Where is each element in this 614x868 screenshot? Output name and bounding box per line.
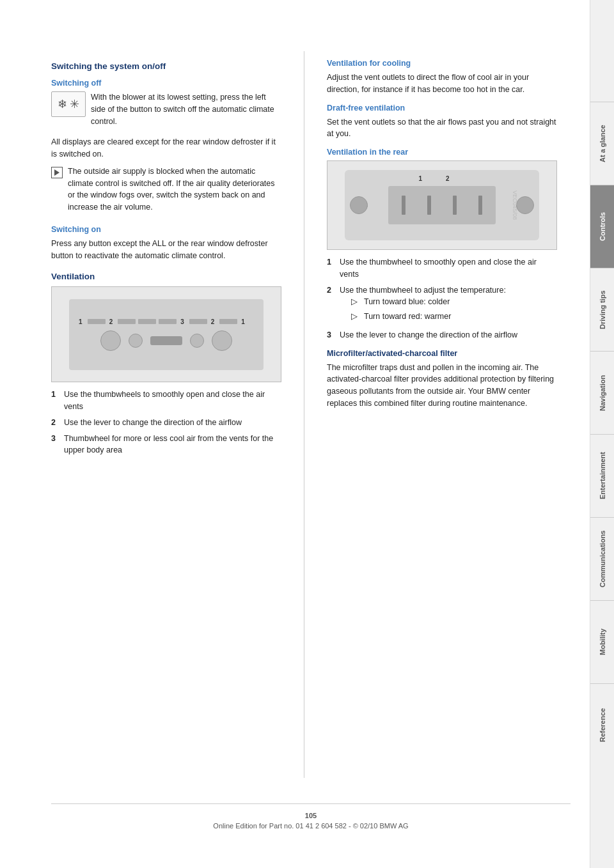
switching-off-text2: All displays are cleared except for the … [51, 136, 281, 160]
rear-num-1: 1 [327, 256, 336, 281]
vent-text-2: Use the lever to change the direction of… [64, 417, 242, 429]
microfilter-text: The microfilter traps dust and pollen in… [327, 362, 557, 410]
vent-item-2: 2 Use the lever to change the direction … [51, 417, 281, 429]
draft-free-text: Set the vent outlets so that the air flo… [327, 116, 557, 141]
switching-off-title: Switching off [51, 79, 281, 88]
page-number: 105 [51, 812, 571, 819]
switching-off-icon-box: ❄ ✳ With the blower at its lowest settin… [51, 91, 281, 131]
sub-bullet-1: ▷ Turn toward blue: colder [351, 296, 506, 308]
sidebar-item-reference[interactable]: Reference [590, 683, 614, 766]
ventilation-image: 1 2 3 2 1 [51, 286, 281, 382]
cooling-text: Adjust the vent outlets to direct the fl… [327, 72, 557, 96]
vent-item-1: 1 Use the thumbwheels to smoothly open a… [51, 389, 281, 413]
snowflake-icon: ❄ [58, 97, 67, 111]
ventilation-list: 1 Use the thumbwheels to smoothly open a… [51, 389, 281, 456]
sidebar-item-navigation[interactable]: Navigation [590, 351, 614, 434]
note-box: The outside air supply is blocked when t… [51, 166, 281, 217]
rear-text-2: Use the thumbwheel to adjust the tempera… [340, 286, 506, 295]
rear-num-3: 3 [327, 329, 336, 341]
vent-item-3: 3 Thumbwheel for more or less cool air f… [51, 433, 281, 457]
rear-text-1: Use the thumbwheel to smoothly open and … [340, 256, 557, 281]
ventilation-title: Ventilation [51, 272, 281, 281]
sun-icon: ✳ [70, 97, 79, 111]
right-column: Ventilation for cooling Adjust the vent … [327, 51, 557, 778]
image-watermark: VEC045/08 [512, 190, 518, 220]
two-col-layout: Switching the system on/off Switching of… [51, 51, 571, 778]
rear-panel: 1 2 3 3 [345, 170, 539, 240]
vent-num-3: 3 [51, 433, 60, 457]
climate-icon-box: ❄ ✳ [51, 91, 86, 117]
sidebar: At a glance Controls Driving tips Naviga… [590, 0, 614, 868]
rear-item-2: 2 Use the thumbwheel to adjust the tempe… [327, 284, 557, 325]
triangle-icon [51, 167, 63, 178]
switching-off-note: The outside air supply is blocked when t… [68, 166, 281, 213]
sidebar-item-communications[interactable]: Communications [590, 517, 614, 600]
cooling-title: Ventilation for cooling [327, 59, 557, 68]
draft-free-title: Draft-free ventilation [327, 104, 557, 112]
sub-bullet-2: ▷ Turn toward red: warmer [351, 311, 506, 323]
footer-copyright: Online Edition for Part no. 01 41 2 604 … [51, 822, 571, 830]
sub-text-2: Turn toward red: warmer [364, 311, 451, 323]
vent-text-3: Thumbwheel for more or less cool air fro… [64, 433, 281, 457]
sidebar-item-entertainment[interactable]: Entertainment [590, 434, 614, 517]
triangle-inner [54, 169, 59, 176]
page-container: Switching the system on/off Switching of… [0, 0, 614, 868]
vent-panel: 1 2 3 2 1 [69, 299, 264, 370]
sub-text-1: Turn toward blue: colder [364, 296, 450, 308]
rear-vent-image: 1 2 3 3 [327, 160, 557, 250]
vent-num-2: 2 [51, 417, 60, 429]
vent-text-1: Use the thumbwheels to smoothly open and… [64, 389, 281, 413]
bullet-arrow-1: ▷ [351, 296, 360, 308]
left-column: Switching the system on/off Switching of… [51, 51, 281, 778]
switching-on-title: Switching on [51, 225, 281, 234]
sidebar-item-mobility[interactable]: Mobility [590, 600, 614, 683]
rear-vent-list: 1 Use the thumbwheel to smoothly open an… [327, 256, 557, 341]
rear-vent-title: Ventilation in the rear [327, 148, 557, 157]
rear-text-3: Use the lever to change the direction of… [340, 329, 517, 341]
main-section-title: Switching the system on/off [51, 61, 281, 71]
rear-num-2: 2 [327, 284, 336, 325]
switching-off-text1: With the blower at its lowest setting, p… [91, 91, 281, 127]
sidebar-item-controls[interactable]: Controls [590, 185, 614, 268]
rear-item-1: 1 Use the thumbwheel to smoothly open an… [327, 256, 557, 281]
rear-item-3: 3 Use the lever to change the direction … [327, 329, 557, 341]
main-content: Switching the system on/off Switching of… [0, 0, 590, 868]
rear-center [388, 186, 495, 225]
switching-on-text: Press any button except the ALL or the r… [51, 238, 281, 262]
sidebar-item-driving-tips[interactable]: Driving tips [590, 268, 614, 351]
page-footer: 105 Online Edition for Part no. 01 41 2 … [51, 803, 571, 830]
sidebar-item-at-a-glance[interactable]: At a glance [590, 102, 614, 185]
column-divider [304, 51, 304, 778]
bullet-arrow-2: ▷ [351, 311, 360, 323]
microfilter-title: Microfilter/activated-charcoal filter [327, 349, 557, 358]
vent-num-1: 1 [51, 389, 60, 413]
